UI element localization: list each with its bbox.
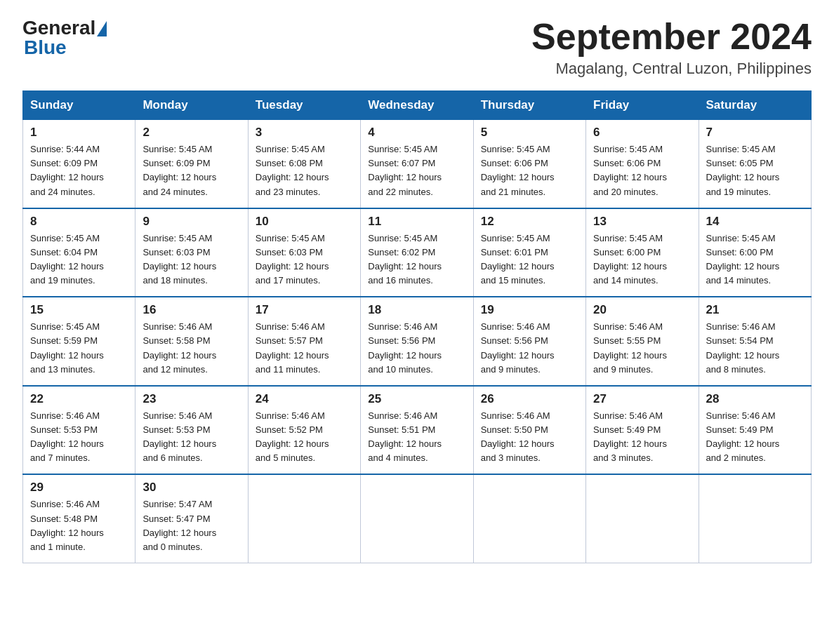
day-info: Sunrise: 5:46 AMSunset: 5:49 PMDaylight:… [593, 410, 667, 463]
day-info: Sunrise: 5:46 AMSunset: 5:56 PMDaylight:… [368, 321, 442, 374]
table-row: 12 Sunrise: 5:45 AMSunset: 6:01 PMDaylig… [473, 208, 585, 297]
day-number: 21 [706, 303, 804, 317]
day-number: 13 [593, 215, 691, 229]
day-number: 20 [593, 303, 691, 317]
day-info: Sunrise: 5:45 AMSunset: 6:03 PMDaylight:… [143, 233, 216, 286]
table-row: 9 Sunrise: 5:45 AMSunset: 6:03 PMDayligh… [135, 208, 248, 297]
day-number: 8 [30, 215, 128, 229]
col-wednesday: Wednesday [361, 91, 473, 120]
table-row: 22 Sunrise: 5:46 AMSunset: 5:53 PMDaylig… [23, 386, 135, 475]
day-number: 27 [593, 392, 691, 406]
table-row [586, 474, 699, 563]
table-row: 25 Sunrise: 5:46 AMSunset: 5:51 PMDaylig… [361, 386, 473, 475]
logo-blue-text: Blue [24, 36, 67, 59]
day-number: 6 [593, 126, 691, 140]
day-info: Sunrise: 5:45 AMSunset: 6:07 PMDaylight:… [368, 144, 442, 196]
table-row: 23 Sunrise: 5:46 AMSunset: 5:53 PMDaylig… [135, 386, 248, 475]
day-info: Sunrise: 5:45 AMSunset: 6:05 PMDaylight:… [706, 144, 780, 196]
logo: General Blue [22, 17, 107, 59]
day-info: Sunrise: 5:45 AMSunset: 6:06 PMDaylight:… [481, 144, 555, 196]
table-row: 10 Sunrise: 5:45 AMSunset: 6:03 PMDaylig… [248, 208, 360, 297]
day-number: 30 [143, 481, 240, 495]
day-info: Sunrise: 5:46 AMSunset: 5:50 PMDaylight:… [481, 410, 555, 463]
table-row: 17 Sunrise: 5:46 AMSunset: 5:57 PMDaylig… [248, 297, 360, 386]
day-info: Sunrise: 5:46 AMSunset: 5:54 PMDaylight:… [706, 321, 780, 374]
week-row: 29 Sunrise: 5:46 AMSunset: 5:48 PMDaylig… [23, 474, 812, 563]
day-info: Sunrise: 5:46 AMSunset: 5:53 PMDaylight:… [143, 410, 216, 463]
day-number: 25 [368, 392, 465, 406]
week-row: 1 Sunrise: 5:44 AMSunset: 6:09 PMDayligh… [23, 120, 812, 208]
day-number: 3 [256, 126, 353, 140]
day-number: 19 [481, 303, 578, 317]
day-info: Sunrise: 5:46 AMSunset: 5:49 PMDaylight:… [706, 410, 780, 463]
day-info: Sunrise: 5:45 AMSunset: 6:06 PMDaylight:… [593, 144, 667, 196]
table-row [248, 474, 360, 563]
day-info: Sunrise: 5:46 AMSunset: 5:58 PMDaylight:… [143, 321, 216, 374]
table-row: 18 Sunrise: 5:46 AMSunset: 5:56 PMDaylig… [361, 297, 473, 386]
table-row: 13 Sunrise: 5:45 AMSunset: 6:00 PMDaylig… [586, 208, 699, 297]
day-number: 15 [30, 303, 128, 317]
col-saturday: Saturday [699, 91, 811, 120]
day-number: 23 [143, 392, 240, 406]
table-row: 26 Sunrise: 5:46 AMSunset: 5:50 PMDaylig… [473, 386, 585, 475]
day-info: Sunrise: 5:45 AMSunset: 6:00 PMDaylight:… [706, 233, 780, 286]
day-info: Sunrise: 5:45 AMSunset: 6:00 PMDaylight:… [593, 233, 667, 286]
table-row: 16 Sunrise: 5:46 AMSunset: 5:58 PMDaylig… [135, 297, 248, 386]
table-row: 19 Sunrise: 5:46 AMSunset: 5:56 PMDaylig… [473, 297, 585, 386]
page-header: General Blue September 2024 Magalang, Ce… [22, 17, 812, 78]
day-info: Sunrise: 5:46 AMSunset: 5:51 PMDaylight:… [368, 410, 442, 463]
table-row: 1 Sunrise: 5:44 AMSunset: 6:09 PMDayligh… [23, 120, 135, 208]
day-info: Sunrise: 5:46 AMSunset: 5:48 PMDaylight:… [30, 499, 104, 551]
day-info: Sunrise: 5:45 AMSunset: 6:08 PMDaylight:… [256, 144, 329, 196]
header-row: Sunday Monday Tuesday Wednesday Thursday… [23, 91, 812, 120]
table-row: 14 Sunrise: 5:45 AMSunset: 6:00 PMDaylig… [699, 208, 811, 297]
day-info: Sunrise: 5:46 AMSunset: 5:55 PMDaylight:… [593, 321, 667, 374]
logo-triangle-icon [97, 21, 107, 36]
day-number: 5 [481, 126, 578, 140]
col-friday: Friday [586, 91, 699, 120]
month-year-title: September 2024 [531, 17, 812, 57]
table-row: 2 Sunrise: 5:45 AMSunset: 6:09 PMDayligh… [135, 120, 248, 208]
week-row: 15 Sunrise: 5:45 AMSunset: 5:59 PMDaylig… [23, 297, 812, 386]
day-number: 17 [256, 303, 353, 317]
table-row: 27 Sunrise: 5:46 AMSunset: 5:49 PMDaylig… [586, 386, 699, 475]
table-row: 30 Sunrise: 5:47 AMSunset: 5:47 PMDaylig… [135, 474, 248, 563]
week-row: 22 Sunrise: 5:46 AMSunset: 5:53 PMDaylig… [23, 386, 812, 475]
day-number: 1 [30, 126, 128, 140]
day-number: 9 [143, 215, 240, 229]
col-thursday: Thursday [473, 91, 585, 120]
day-info: Sunrise: 5:46 AMSunset: 5:57 PMDaylight:… [256, 321, 329, 374]
table-row: 15 Sunrise: 5:45 AMSunset: 5:59 PMDaylig… [23, 297, 135, 386]
day-info: Sunrise: 5:44 AMSunset: 6:09 PMDaylight:… [30, 144, 104, 196]
col-monday: Monday [135, 91, 248, 120]
day-info: Sunrise: 5:46 AMSunset: 5:53 PMDaylight:… [30, 410, 104, 463]
day-number: 4 [368, 126, 465, 140]
table-row: 3 Sunrise: 5:45 AMSunset: 6:08 PMDayligh… [248, 120, 360, 208]
day-number: 12 [481, 215, 578, 229]
day-number: 24 [256, 392, 353, 406]
day-info: Sunrise: 5:45 AMSunset: 6:04 PMDaylight:… [30, 233, 104, 286]
table-row: 7 Sunrise: 5:45 AMSunset: 6:05 PMDayligh… [699, 120, 811, 208]
table-row: 4 Sunrise: 5:45 AMSunset: 6:07 PMDayligh… [361, 120, 473, 208]
day-number: 29 [30, 481, 128, 495]
col-tuesday: Tuesday [248, 91, 360, 120]
day-info: Sunrise: 5:47 AMSunset: 5:47 PMDaylight:… [143, 499, 216, 551]
table-row [361, 474, 473, 563]
day-number: 10 [256, 215, 353, 229]
day-number: 14 [706, 215, 804, 229]
day-info: Sunrise: 5:45 AMSunset: 5:59 PMDaylight:… [30, 321, 104, 374]
table-row: 6 Sunrise: 5:45 AMSunset: 6:06 PMDayligh… [586, 120, 699, 208]
day-info: Sunrise: 5:45 AMSunset: 6:01 PMDaylight:… [481, 233, 555, 286]
table-row: 5 Sunrise: 5:45 AMSunset: 6:06 PMDayligh… [473, 120, 585, 208]
day-number: 11 [368, 215, 465, 229]
day-number: 26 [481, 392, 578, 406]
day-number: 7 [706, 126, 804, 140]
table-row: 8 Sunrise: 5:45 AMSunset: 6:04 PMDayligh… [23, 208, 135, 297]
location-subtitle: Magalang, Central Luzon, Philippines [531, 60, 812, 78]
table-row [699, 474, 811, 563]
day-info: Sunrise: 5:46 AMSunset: 5:56 PMDaylight:… [481, 321, 555, 374]
table-row: 21 Sunrise: 5:46 AMSunset: 5:54 PMDaylig… [699, 297, 811, 386]
table-row: 28 Sunrise: 5:46 AMSunset: 5:49 PMDaylig… [699, 386, 811, 475]
col-sunday: Sunday [23, 91, 135, 120]
day-info: Sunrise: 5:45 AMSunset: 6:03 PMDaylight:… [256, 233, 329, 286]
